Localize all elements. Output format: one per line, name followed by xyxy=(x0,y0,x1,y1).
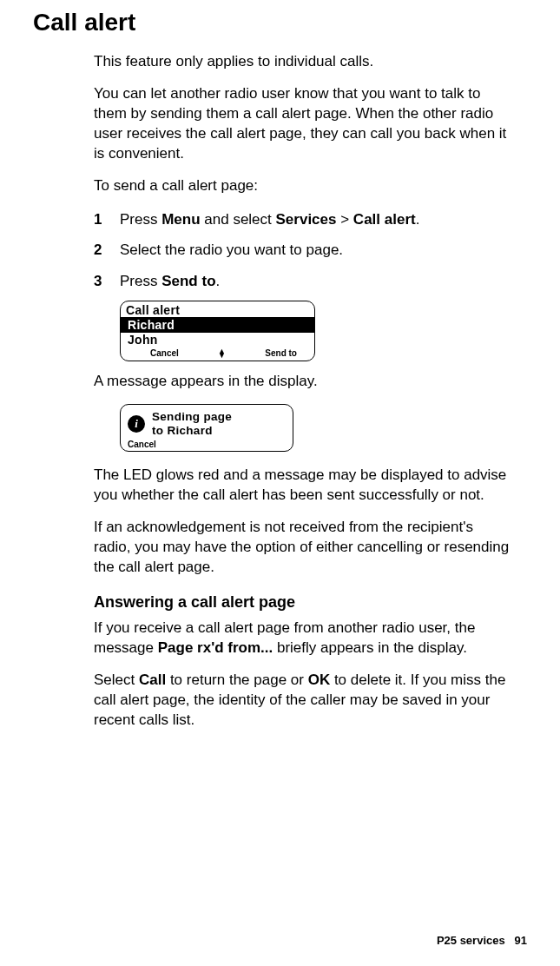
page-rxd-label: Page rx'd from... xyxy=(158,639,273,656)
text-fragment: Select xyxy=(94,672,139,688)
softkey-cancel: Cancel xyxy=(150,348,179,358)
services-label: Services xyxy=(276,211,337,228)
intro-paragraph-2: You can let another radio user know that… xyxy=(94,84,510,164)
step-text: Press Send to. xyxy=(120,270,510,293)
step-2: 2 Select the radio you want to page. xyxy=(94,239,510,261)
page-title: Call alert xyxy=(33,9,527,36)
intro-paragraph-1: This feature only applies to individual … xyxy=(94,52,510,72)
step-text: Press Menu and select Services > Call al… xyxy=(120,208,510,231)
display-title: Call alert xyxy=(121,301,314,317)
after-display-paragraph: A message appears in the display. xyxy=(94,372,510,392)
message-line-1: Sending page xyxy=(152,410,232,423)
footer-page-number: 91 xyxy=(515,934,527,947)
intro-paragraph-3: To send a call alert page: xyxy=(94,176,510,196)
text-fragment: briefly appears in the display. xyxy=(273,639,467,656)
page-footer: P25 services 91 xyxy=(437,934,527,947)
text-fragment: Press xyxy=(120,211,161,228)
ok-label: OK xyxy=(308,672,331,688)
info-icon: i xyxy=(128,415,145,433)
radio-display-sending: i Sending page to Richard Cancel xyxy=(120,404,293,452)
answer-paragraph-2: Select Call to return the page or OK to … xyxy=(94,671,510,731)
menu-label: Menu xyxy=(161,211,200,228)
text-fragment: to return the page or xyxy=(166,672,308,688)
step-1: 1 Press Menu and select Services > Call … xyxy=(94,208,510,231)
call-alert-label: Call alert xyxy=(353,211,416,228)
radio-display-contact-list: Call alert Richard John Cancel ▲▼ Send t… xyxy=(120,301,315,361)
step-number: 3 xyxy=(94,270,120,293)
text-fragment: > xyxy=(336,211,352,228)
text-fragment: and select xyxy=(201,211,276,228)
step-number: 1 xyxy=(94,208,120,231)
message-line-2: to Richard xyxy=(152,424,213,437)
ack-paragraph: If an acknowledgement is not received fr… xyxy=(94,518,510,578)
call-label: Call xyxy=(139,672,166,688)
body-column: This feature only applies to individual … xyxy=(94,52,510,731)
display-softkey-row: Cancel ▲▼ Send to xyxy=(121,347,314,361)
display-item: John xyxy=(121,333,314,347)
footer-section: P25 services xyxy=(437,934,505,947)
send-to-label: Send to xyxy=(161,273,215,289)
answer-paragraph-1: If you receive a call alert page from an… xyxy=(94,619,510,658)
softkey-send-to: Send to xyxy=(265,348,297,358)
text-fragment: . xyxy=(216,273,221,289)
subheading: Answering a call alert page xyxy=(94,593,510,612)
text-fragment: Press xyxy=(120,273,161,289)
text-fragment: . xyxy=(416,211,420,228)
led-paragraph: The LED glows red and a message may be d… xyxy=(94,466,510,506)
step-number: 2 xyxy=(94,239,120,261)
display-selected-item: Richard xyxy=(121,317,314,333)
step-3: 3 Press Send to. xyxy=(94,270,510,293)
steps-list: 1 Press Menu and select Services > Call … xyxy=(94,208,510,293)
softkey-cancel: Cancel xyxy=(128,438,286,449)
nav-arrows-icon: ▲▼ xyxy=(218,349,226,358)
display-message: Sending page to Richard xyxy=(152,410,232,438)
step-text: Select the radio you want to page. xyxy=(120,239,510,261)
